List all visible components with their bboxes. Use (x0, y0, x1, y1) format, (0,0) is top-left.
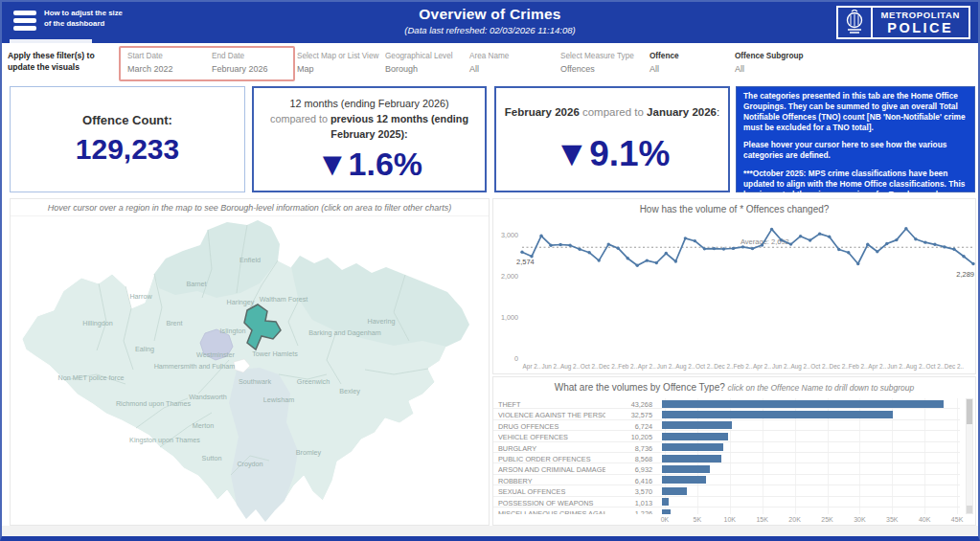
line-data-point[interactable] (809, 238, 811, 241)
offence-name[interactable]: POSSESSION OF WEAPONS (498, 499, 605, 507)
line-data-point[interactable] (578, 248, 581, 251)
filter-value[interactable]: Map (297, 64, 378, 74)
line-data-point[interactable] (722, 247, 725, 250)
line-data-point[interactable] (520, 251, 523, 254)
offence-name[interactable]: THEFT (498, 400, 605, 409)
filter-offence-subgroup[interactable]: Offence SubgroupAll (735, 52, 803, 74)
filter-end-date[interactable]: End DateFebruary 2026 (212, 52, 268, 74)
offence-name[interactable]: MISCELLANEOUS CRIMES AGAINST SOCIETY (498, 509, 605, 514)
offence-bar[interactable] (662, 433, 728, 440)
offence-bar[interactable] (662, 487, 687, 495)
line-data-point[interactable] (837, 248, 840, 251)
line-data-point[interactable] (866, 243, 869, 246)
menu-icon[interactable] (13, 11, 38, 35)
line-data-point[interactable] (558, 243, 561, 246)
filter-offence[interactable]: OffenceAll (650, 52, 678, 74)
line-data-point[interactable] (539, 235, 542, 237)
offence-name[interactable]: ROBBERY (498, 477, 605, 485)
line-data-point[interactable] (732, 247, 735, 250)
line-data-point[interactable] (895, 238, 898, 241)
filter-area-name[interactable]: Area NameAll (469, 52, 509, 74)
offence-bar[interactable] (662, 476, 706, 484)
line-data-point[interactable] (923, 240, 926, 243)
filter-geographical-level[interactable]: Geographical LevelBorough (385, 52, 453, 74)
filter-value[interactable]: All (469, 64, 509, 74)
line-data-point[interactable] (646, 259, 649, 261)
line-data-point[interactable] (952, 248, 955, 251)
scrollbar-thumb-bottom[interactable] (967, 506, 972, 513)
line-data-point[interactable] (780, 238, 783, 241)
offence-name[interactable]: SEXUAL OFFENCES (498, 487, 605, 496)
offence-name[interactable]: PUBLIC ORDER OFFENCES (498, 455, 605, 463)
offence-bar[interactable] (662, 411, 893, 418)
offence-bar[interactable] (662, 509, 671, 514)
offence-bar[interactable] (662, 421, 732, 429)
line-data-point[interactable] (904, 227, 907, 230)
volume-trend-line-chart[interactable]: 3,0002,0001,0000Average: 2,6922,5742,289… (493, 214, 975, 373)
line-data-point[interactable] (694, 239, 696, 242)
line-data-point[interactable] (665, 252, 668, 255)
filter-value[interactable]: Offences (560, 64, 634, 74)
line-data-point[interactable] (674, 259, 677, 262)
line-data-point[interactable] (713, 247, 716, 250)
refresh-timestamp: (Data last refreshed: 02/03/2026 11:14:0… (2, 25, 978, 35)
menu-tooltip-text[interactable]: How to adjust the size of the dashboard (44, 8, 123, 30)
london-borough-map[interactable]: EnfieldBarnetHarrowHaringeyWaltham Fores… (11, 216, 489, 524)
offence-name[interactable]: VEHICLE OFFENCES (498, 433, 605, 441)
line-data-point[interactable] (606, 242, 609, 245)
line-data-point[interactable] (971, 262, 974, 265)
line-data-point[interactable] (549, 243, 552, 246)
offence-name[interactable]: DRUG OFFENCES (498, 422, 605, 431)
line-data-point[interactable] (818, 232, 821, 235)
line-data-point[interactable] (751, 247, 754, 250)
yoy-change-value: ▼1.6% (316, 146, 422, 183)
offence-bar[interactable] (662, 443, 723, 451)
line-data-point[interactable] (943, 245, 946, 248)
line-data-point[interactable] (770, 228, 773, 231)
line-data-point[interactable] (568, 243, 571, 246)
line-data-point[interactable] (684, 237, 687, 239)
offence-name[interactable]: BURGLARY (498, 444, 605, 453)
filter-select-measure-type[interactable]: Select Measure TypeOffences (560, 52, 634, 74)
line-data-point[interactable] (914, 237, 917, 240)
offence-name[interactable]: ARSON AND CRIMINAL DAMAGE (498, 465, 605, 474)
line-data-point[interactable] (587, 251, 590, 254)
offence-name[interactable]: VIOLENCE AGAINST THE PERSON (498, 411, 605, 419)
line-data-point[interactable] (627, 257, 629, 259)
offence-count: 1,013 (604, 499, 652, 507)
line-data-point[interactable] (636, 264, 639, 267)
offence-volume-line[interactable] (522, 229, 973, 265)
bar-axis-tick: 45K (951, 516, 963, 523)
line-data-point[interactable] (828, 235, 831, 237)
line-data-point[interactable] (655, 261, 658, 264)
filter-value[interactable]: All (735, 64, 803, 74)
line-data-point[interactable] (856, 262, 859, 265)
offence-bar[interactable] (662, 465, 710, 473)
x-axis-tick: Apr 2.. (523, 363, 541, 371)
offence-count: 3,570 (604, 487, 652, 496)
line-data-point[interactable] (789, 242, 792, 245)
filter-value[interactable]: March 2022 (127, 64, 173, 74)
line-data-point[interactable] (617, 246, 620, 249)
bar-chart-scrollbar[interactable] (966, 398, 973, 514)
line-data-point[interactable] (761, 243, 763, 246)
line-data-point[interactable] (741, 245, 744, 248)
line-data-point[interactable] (597, 259, 600, 261)
filter-value[interactable]: Borough (385, 64, 453, 74)
line-data-point[interactable] (962, 255, 965, 258)
offence-bar[interactable] (662, 400, 944, 408)
line-data-point[interactable] (703, 247, 706, 250)
filter-start-date[interactable]: Start DateMarch 2022 (127, 52, 173, 74)
filter-select-map-or-list-view[interactable]: Select Map or List ViewMap (297, 52, 378, 74)
filter-value[interactable]: All (650, 64, 678, 74)
scrollbar-thumb[interactable] (967, 399, 972, 424)
filter-value[interactable]: February 2026 (212, 64, 268, 74)
offence-bar[interactable] (662, 498, 669, 506)
line-data-point[interactable] (876, 250, 878, 253)
line-data-point[interactable] (885, 242, 888, 245)
line-data-point[interactable] (933, 243, 936, 246)
offence-bar[interactable] (662, 455, 721, 462)
line-data-point[interactable] (847, 251, 850, 254)
categories-notice-box[interactable]: The categories presented in this tab are… (736, 86, 975, 192)
line-data-point[interactable] (799, 235, 802, 237)
